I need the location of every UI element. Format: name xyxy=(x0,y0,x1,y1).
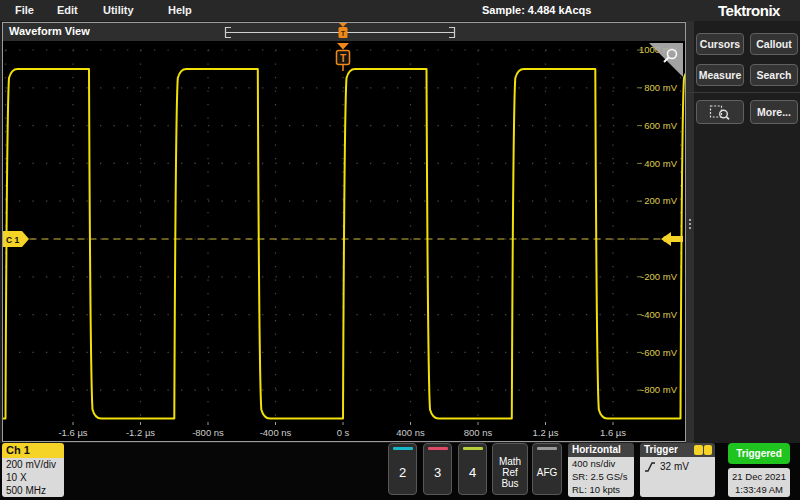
zoom-select-button[interactable] xyxy=(696,100,744,124)
ch1-position-marker[interactable]: C 1 xyxy=(3,231,29,247)
y-tick-label: 200 mV xyxy=(644,195,677,206)
grip-dots-icon xyxy=(689,219,691,221)
menu-edit[interactable]: Edit xyxy=(57,4,78,16)
zoom-select-icon xyxy=(709,104,731,121)
waveform-panel: Waveform View T 1000 mV800 mV600 mV400 m… xyxy=(2,22,686,442)
x-tick-label: 400 ns xyxy=(396,427,425,438)
search-button[interactable]: Search xyxy=(750,64,798,86)
date-label: 21 Dec 2021 xyxy=(728,470,790,483)
ch1-badge-header: Ch 1 xyxy=(2,443,64,458)
trigger-badge-header: Trigger xyxy=(640,443,715,457)
ch1-trace xyxy=(3,69,685,419)
right-toolbar: Cursors Callout Measure Search More... xyxy=(694,21,800,443)
menu-bar: File Edit Utility Help Sample: 4.484 kAc… xyxy=(0,0,800,21)
ch1-badge[interactable]: Ch 1 200 mV/div 10 X 500 MHz xyxy=(2,443,64,497)
callout-button[interactable]: Callout xyxy=(750,33,798,55)
ch1-bandwidth: 500 MHz xyxy=(6,484,64,497)
channel-button-2[interactable]: 2 xyxy=(388,443,417,495)
triggered-status-badge: Triggered xyxy=(728,443,790,464)
bus-label: Bus xyxy=(501,478,518,489)
x-tick-label: 800 ns xyxy=(464,427,493,438)
channel-4-label: 4 xyxy=(469,450,476,494)
waveform-display[interactable]: 1000 mV800 mV600 mV400 mV200 mV0 V-200 m… xyxy=(3,41,685,441)
more-button[interactable]: More... xyxy=(750,100,798,124)
horizontal-record-length: RL: 10 kpts xyxy=(572,483,634,496)
afg-button[interactable]: AFG xyxy=(532,443,562,495)
menu-utility[interactable]: Utility xyxy=(103,4,134,16)
minimap-trigger-marker[interactable] xyxy=(339,23,347,27)
channel-2-label: 2 xyxy=(399,450,406,494)
cursors-button[interactable]: Cursors xyxy=(696,33,744,55)
ch1-badge-body: 200 mV/div 10 X 500 MHz xyxy=(2,458,64,497)
y-tick-label: -200 mV xyxy=(641,271,678,282)
horizontal-badge-header: Horizontal xyxy=(568,443,634,457)
channel-3-label: 3 xyxy=(434,450,441,494)
y-tick-label: -400 mV xyxy=(641,309,678,320)
ch1-attenuation: 10 X xyxy=(6,471,64,484)
horizontal-scale: 400 ns/div xyxy=(572,457,634,470)
trigger-position-marker[interactable]: T xyxy=(337,43,350,71)
y-tick-label: 600 mV xyxy=(644,120,677,131)
x-tick-label: -400 ns xyxy=(260,427,292,438)
x-tick-label: -800 ns xyxy=(192,427,224,438)
math-label: Math xyxy=(499,456,521,467)
tektronix-logo: Tektronix xyxy=(718,2,780,19)
trigger-badge[interactable]: Trigger 32 mV xyxy=(640,443,715,497)
y-tick-label: 800 mV xyxy=(644,82,677,93)
trigger-level: 32 mV xyxy=(660,460,689,473)
sample-status: Sample: 4.484 kAcqs xyxy=(482,4,591,16)
bottom-bar: Ch 1 200 mV/div 10 X 500 MHz 2 3 4 Math … xyxy=(0,443,800,500)
time-label: 1:33:49 AM xyxy=(728,483,790,496)
svg-text:C 1: C 1 xyxy=(6,235,20,245)
afg-label: AFG xyxy=(537,450,558,494)
svg-text:T: T xyxy=(341,30,345,37)
waveform-panel-titlebar: Waveform View T xyxy=(3,23,685,41)
trigger-badge-body: 32 mV xyxy=(640,457,715,497)
toolbar-divider xyxy=(686,92,800,93)
ch1-scale: 200 mV/div xyxy=(6,458,64,471)
y-tick-label: 400 mV xyxy=(644,158,677,169)
channel-button-3[interactable]: 3 xyxy=(423,443,452,495)
horizontal-position-minimap[interactable]: T xyxy=(223,23,463,41)
panel-title: Waveform View xyxy=(9,25,90,37)
channel-button-4[interactable]: 4 xyxy=(458,443,487,495)
math-ref-bus-button[interactable]: Math Ref Bus xyxy=(492,443,528,495)
horizontal-badge-body: 400 ns/div SR: 2.5 GS/s RL: 10 kpts xyxy=(568,457,634,497)
horizontal-sample-rate: SR: 2.5 GS/s xyxy=(572,470,634,483)
measure-button[interactable]: Measure xyxy=(696,64,744,86)
svg-text:T: T xyxy=(340,53,346,64)
trigger-source-indicator xyxy=(694,445,712,455)
horizontal-badge[interactable]: Horizontal 400 ns/div SR: 2.5 GS/s RL: 1… xyxy=(568,443,634,497)
graticule[interactable]: 1000 mV800 mV600 mV400 mV200 mV0 V-200 m… xyxy=(3,41,685,441)
menu-help[interactable]: Help xyxy=(168,4,192,16)
y-tick-label: -600 mV xyxy=(641,347,678,358)
x-tick-label: -1.2 µs xyxy=(126,427,155,438)
y-tick-label: -800 mV xyxy=(641,384,678,395)
x-tick-label: -1.6 µs xyxy=(58,427,87,438)
x-tick-label: 1.2 µs xyxy=(532,427,558,438)
ref-label: Ref xyxy=(502,467,518,478)
x-tick-label: 0 s xyxy=(337,427,350,438)
panel-splitter[interactable] xyxy=(686,21,694,443)
menu-file[interactable]: File xyxy=(15,4,34,16)
rising-edge-icon xyxy=(644,461,656,473)
datetime-badge: 21 Dec 2021 1:33:49 AM xyxy=(728,468,790,497)
x-tick-label: 1.6 µs xyxy=(600,427,626,438)
